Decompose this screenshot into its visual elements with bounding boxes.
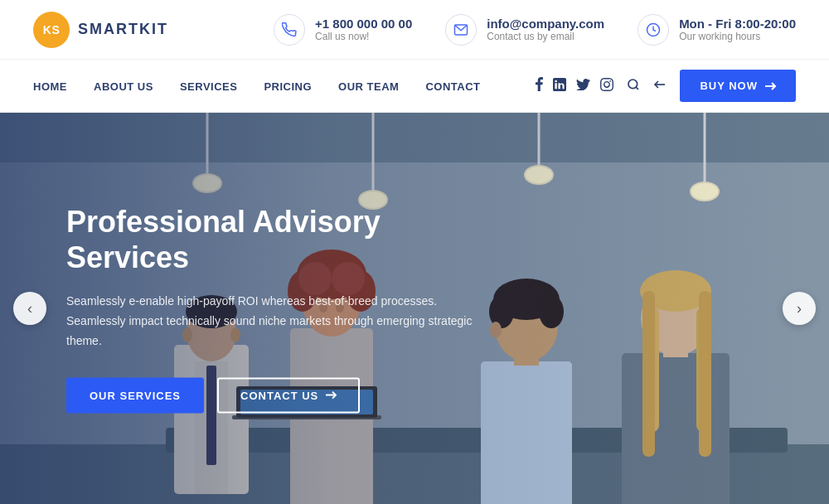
nav-services[interactable]: SERVICES: [180, 80, 238, 93]
contact-us-button[interactable]: CONTACT US: [217, 377, 360, 413]
linkedin-icon[interactable]: [553, 78, 566, 94]
svg-point-2: [628, 80, 638, 89]
hero-buttons: OUR SERVICES CONTACT US: [66, 377, 481, 413]
hero-content: Professional Advisory Services Seamlessl…: [66, 204, 481, 414]
email-contact: info@company.com Contact us by email: [445, 14, 604, 46]
social-icons: [536, 77, 613, 94]
nav-right: BUY NOW: [536, 70, 796, 102]
nav-pricing[interactable]: PRICING: [264, 80, 312, 93]
nav-about[interactable]: ABOUT US: [94, 80, 153, 93]
hero-description: Seamlessly e-enable high-payoff ROI wher…: [66, 292, 481, 351]
buy-now-label: BUY NOW: [700, 80, 758, 92]
logo-area[interactable]: KS SMARTKIT: [33, 12, 168, 48]
facebook-icon[interactable]: [536, 77, 543, 94]
hours-text: Mon - Fri 8:00-20:00: [679, 17, 796, 31]
nav-team[interactable]: OUR TEAM: [338, 80, 399, 93]
nav-contact[interactable]: CONTACT: [425, 80, 480, 93]
logo-text: SMARTKIT: [78, 21, 168, 38]
top-bar: KS SMARTKIT +1 800 000 00 00 Call us now…: [0, 0, 829, 60]
contact-us-label: CONTACT US: [240, 389, 318, 401]
twitter-icon[interactable]: [576, 79, 590, 94]
email-address: info@company.com: [487, 17, 604, 31]
phone-contact: +1 800 000 00 00 Call us now!: [274, 14, 412, 46]
prev-slide-button[interactable]: ‹: [13, 292, 46, 325]
phone-number: +1 800 000 00 00: [315, 17, 412, 31]
email-icon: [445, 14, 477, 46]
next-slide-button[interactable]: ›: [783, 292, 816, 325]
svg-line-3: [636, 87, 638, 90]
hero-title: Professional Advisory Services: [66, 204, 481, 275]
phone-icon: [274, 14, 305, 46]
instagram-icon[interactable]: [600, 78, 613, 94]
hours-label: Our working hours: [679, 31, 796, 42]
nav-links: HOME ABOUT US SERVICES PRICING OUR TEAM …: [33, 79, 481, 94]
hours-contact: Mon - Fri 8:00-20:00 Our working hours: [638, 14, 796, 46]
nav-bar: HOME ABOUT US SERVICES PRICING OUR TEAM …: [0, 60, 829, 113]
phone-label: Call us now!: [315, 31, 412, 42]
nav-home[interactable]: HOME: [33, 80, 67, 93]
email-label: Contact us by email: [487, 31, 604, 42]
clock-icon: [638, 14, 669, 46]
hero-section: Professional Advisory Services Seamlessl…: [0, 113, 829, 504]
back-icon[interactable]: [653, 78, 667, 94]
search-icon[interactable]: [627, 78, 640, 94]
our-services-button[interactable]: OUR SERVICES: [66, 377, 204, 413]
buy-now-button[interactable]: BUY NOW: [680, 70, 796, 102]
logo-icon: KS: [33, 12, 70, 48]
